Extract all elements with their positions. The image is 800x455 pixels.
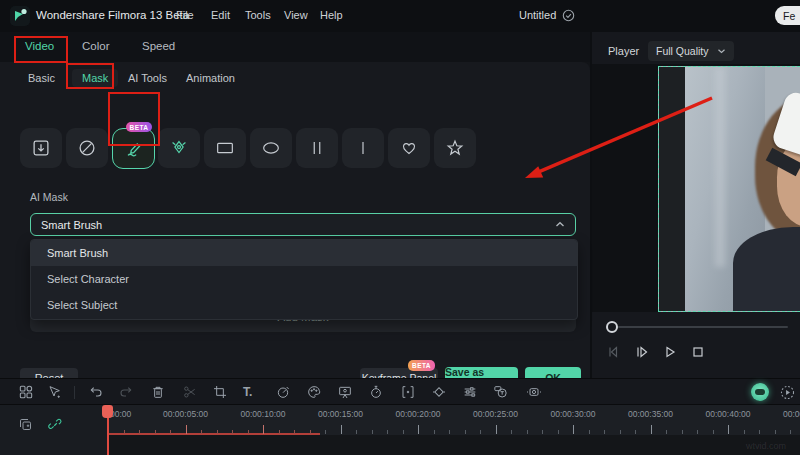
- ai-mask-dropdown[interactable]: Smart Brush: [30, 213, 576, 236]
- media-grid-icon[interactable]: [18, 384, 34, 400]
- no-mask-icon: [76, 137, 98, 159]
- ruler-tick: [542, 430, 543, 434]
- speed-ramp-icon[interactable]: [275, 384, 291, 400]
- mask-double-line-button[interactable]: [296, 128, 338, 168]
- ruler-tick: [635, 430, 636, 434]
- toolbar-divider: [74, 386, 75, 399]
- tab-video[interactable]: Video: [25, 40, 54, 52]
- ruler-tick: [403, 430, 404, 434]
- app-title: Wondershare Filmora 13 Beta: [36, 9, 189, 21]
- step-forward-button[interactable]: [634, 344, 652, 362]
- subtab-mask[interactable]: Mask: [72, 69, 118, 87]
- mask-smart-brush-button[interactable]: [112, 128, 155, 169]
- mask-single-line-button[interactable]: [342, 128, 384, 168]
- green-toggle-button[interactable]: [751, 383, 769, 401]
- mask-import-button[interactable]: [20, 128, 62, 168]
- playhead-handle[interactable]: [102, 405, 113, 418]
- color-palette-icon[interactable]: [306, 384, 322, 400]
- preview-area: [592, 64, 800, 312]
- ruler-tick: [387, 430, 388, 434]
- heart-mask-icon: [398, 137, 420, 159]
- ruler-tick: [248, 430, 249, 434]
- option-select-character[interactable]: Select Character: [31, 266, 577, 292]
- menu-tools[interactable]: Tools: [245, 9, 271, 21]
- play-button[interactable]: [662, 344, 680, 362]
- chevron-down-icon: [717, 48, 726, 54]
- mask-none-button[interactable]: [66, 128, 108, 168]
- mark-in-out-icon[interactable]: [400, 384, 416, 400]
- menu-help[interactable]: Help: [320, 9, 343, 21]
- subtitle-icon[interactable]: [492, 384, 508, 400]
- seek-bar[interactable]: [592, 316, 800, 334]
- ruler-tick: [589, 430, 590, 434]
- video-dark-wall: [659, 67, 685, 311]
- stop-button[interactable]: [690, 344, 708, 362]
- smart-brush-beta-badge: BETA: [126, 122, 152, 132]
- ruler-timestamp: 00:00:35:00: [628, 409, 673, 419]
- mask-ellipse-button[interactable]: [250, 128, 292, 168]
- ruler-tick: [790, 430, 791, 434]
- ruler-tick: [666, 430, 667, 434]
- ruler-tick: [279, 430, 280, 434]
- seek-knob[interactable]: [606, 321, 618, 333]
- ruler-timestamp: 00:00:45:00: [783, 409, 800, 419]
- ruler-tick: [728, 425, 729, 434]
- feedback-button[interactable]: Fe: [775, 6, 800, 25]
- redo-icon[interactable]: [118, 384, 134, 400]
- ruler-tick: [527, 430, 528, 434]
- option-smart-brush[interactable]: Smart Brush: [31, 240, 577, 266]
- ruler-tick: [744, 430, 745, 434]
- keyframe-icon[interactable]: [431, 384, 447, 400]
- undo-icon[interactable]: [88, 384, 104, 400]
- player-label: Player: [608, 45, 639, 57]
- menu-view[interactable]: View: [284, 9, 308, 21]
- menu-edit[interactable]: Edit: [211, 9, 230, 21]
- ruler-tick: [356, 430, 357, 434]
- ruler-tick: [418, 425, 419, 434]
- subtab-animation[interactable]: Animation: [186, 72, 235, 84]
- mask-rectangle-button[interactable]: [204, 128, 246, 168]
- text-tool-icon[interactable]: T.: [243, 384, 259, 400]
- ai-mask-label: AI Mask: [30, 191, 68, 203]
- timeline-ruler[interactable]: 00:0000:00:05:0000:00:10:0000:00:15:0000…: [108, 405, 800, 435]
- screen-presenter-icon[interactable]: [337, 384, 353, 400]
- ruler-tick: [775, 430, 776, 434]
- track-camera-icon[interactable]: [524, 384, 540, 400]
- tab-color[interactable]: Color: [82, 40, 109, 52]
- crop-icon[interactable]: [212, 384, 228, 400]
- tab-speed[interactable]: Speed: [142, 40, 175, 52]
- subtab-ai-tools[interactable]: AI Tools: [128, 72, 167, 84]
- ellipse-mask-icon: [259, 137, 283, 159]
- render-preview-icon[interactable]: [779, 384, 795, 400]
- video-canvas[interactable]: [658, 66, 800, 312]
- chevron-up-icon: [555, 221, 565, 228]
- link-clips-icon[interactable]: [48, 417, 63, 432]
- previous-frame-button[interactable]: [606, 344, 624, 362]
- panel-tabbar: Video Color Speed: [0, 32, 590, 62]
- ruler-timestamp: 00:00:10:00: [241, 409, 286, 419]
- split-scissors-icon[interactable]: [182, 384, 198, 400]
- ruler-tick: [186, 425, 187, 434]
- ruler-tick: [620, 430, 621, 434]
- menu-file[interactable]: File: [176, 9, 194, 21]
- timer-icon[interactable]: [368, 384, 384, 400]
- video-light-streak: [715, 67, 725, 267]
- smart-brush-icon: [123, 138, 145, 160]
- option-select-subject[interactable]: Select Subject: [31, 292, 577, 318]
- subtab-basic[interactable]: Basic: [28, 72, 55, 84]
- copy-clip-icon[interactable]: [18, 417, 33, 432]
- adjust-sliders-icon[interactable]: [462, 384, 478, 400]
- delete-icon[interactable]: [150, 384, 166, 400]
- seek-track[interactable]: [618, 326, 788, 328]
- ruler-tick: [341, 425, 342, 434]
- ruler-timestamp: 00:00: [110, 409, 131, 419]
- single-line-mask-icon: [352, 137, 374, 159]
- ruler-timestamp: 00:00:30:00: [551, 409, 596, 419]
- mask-pen-button[interactable]: [158, 128, 200, 168]
- watermark: wtvid.com: [746, 441, 786, 451]
- mask-heart-button[interactable]: [388, 128, 430, 168]
- playback-quality-dropdown[interactable]: Full Quality: [648, 41, 734, 61]
- mask-star-button[interactable]: [434, 128, 476, 168]
- select-cursor-icon[interactable]: [46, 384, 62, 400]
- title-bar: Wondershare Filmora 13 Beta File Edit To…: [0, 0, 800, 32]
